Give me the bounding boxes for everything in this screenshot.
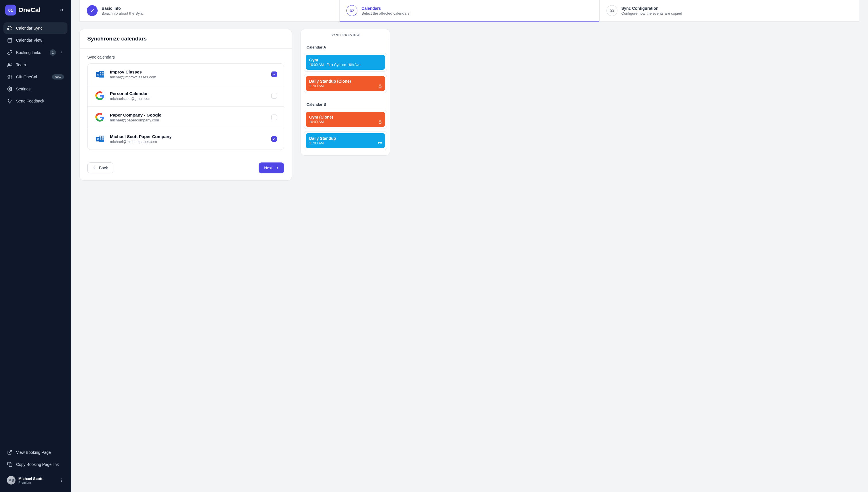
- card-body: Sync calendars OImprov Classesmichal@imp…: [80, 49, 292, 157]
- svg-point-3: [9, 89, 10, 90]
- arrow-left-icon: [93, 166, 97, 170]
- nav-calendar-sync[interactable]: Calendar Sync: [3, 22, 68, 34]
- preview-group: Gym (Clone)10:00 AMDaily Standup11:00 AM: [301, 110, 390, 155]
- google-icon: [94, 112, 105, 123]
- profile-name: Michael Scott: [18, 476, 43, 481]
- next-label: Next: [264, 166, 272, 170]
- nav-label: Booking Links: [16, 50, 41, 55]
- nav-gift[interactable]: Gift OneCal New: [3, 71, 68, 83]
- nav-booking-links[interactable]: Booking Links 1: [3, 47, 68, 58]
- step-title: Calendars: [362, 6, 409, 10]
- svg-rect-19: [102, 138, 103, 140]
- event-meta: 11:00 AM: [309, 84, 381, 88]
- arrow-right-icon: [275, 166, 279, 170]
- calendar-icon: [7, 37, 13, 43]
- calendar-row[interactable]: Paper Company - Googlemichael@papercompa…: [88, 107, 284, 128]
- svg-rect-24: [378, 142, 380, 144]
- step-done-icon: [87, 5, 98, 16]
- svg-text:O: O: [97, 138, 99, 141]
- calendar-checkbox[interactable]: [271, 72, 277, 77]
- svg-point-5: [61, 478, 62, 479]
- collapse-sidebar-button[interactable]: [58, 6, 66, 14]
- logo-mark: 01: [5, 5, 16, 16]
- back-label: Back: [99, 166, 108, 170]
- event-container: Daily Standup (Clone)11:00 AM: [304, 74, 387, 93]
- card-header: Synchronize calendars: [80, 29, 292, 49]
- event: Gym (Clone)10:00 AM: [306, 112, 385, 127]
- calendar-name: Personal Calendar: [110, 91, 152, 96]
- nav-label: Calendar View: [16, 38, 42, 43]
- event-meta: 10:00 AM: [309, 120, 381, 124]
- step-number: 02: [346, 5, 357, 16]
- nav-calendar-view[interactable]: Calendar View: [3, 34, 68, 46]
- gift-icon: [7, 74, 13, 80]
- step-sync-config[interactable]: 03 Sync Configuration Configure how the …: [600, 0, 859, 21]
- booking-links-count-badge: 1: [50, 49, 56, 56]
- event-meta: 10:00 AM · Flex Gym on 16th Ave: [309, 63, 381, 67]
- primary-nav: Calendar Sync Calendar View Booking Link…: [0, 20, 71, 109]
- link-icon: [7, 50, 13, 55]
- profile[interactable]: MS Michael Scott Premium: [3, 473, 68, 487]
- nav-label: Settings: [16, 87, 31, 91]
- calendar-name: Improv Classes: [110, 70, 156, 74]
- step-sub: Select the affected calendars: [362, 11, 409, 16]
- new-badge: New: [52, 74, 64, 79]
- back-button[interactable]: Back: [87, 163, 114, 173]
- next-button[interactable]: Next: [258, 163, 284, 173]
- calendar-checkbox[interactable]: [271, 93, 277, 99]
- calendar-email: michael@papercompany.com: [110, 118, 161, 122]
- svg-rect-22: [379, 86, 381, 88]
- calendar-row[interactable]: OImprov Classesmichal@improvclasses.com: [88, 64, 284, 85]
- step-sub: Configure how the events are copied: [621, 11, 682, 16]
- calendar-list: OImprov Classesmichal@improvclasses.comP…: [87, 64, 284, 150]
- nav-copy-booking-link[interactable]: Copy Booking Page link: [3, 459, 68, 470]
- sidebar: 01 OneCal Calendar Sync Calendar View Bo…: [0, 0, 71, 492]
- section-label: Sync calendars: [87, 55, 284, 59]
- nav-label: View Booking Page: [16, 450, 51, 455]
- event: Daily Standup11:00 AM: [306, 133, 385, 148]
- svg-rect-0: [8, 39, 12, 43]
- sidebar-header: 01 OneCal: [0, 0, 71, 20]
- calendar-checkbox[interactable]: [271, 136, 277, 142]
- content: Synchronize calendars Sync calendars OIm…: [71, 22, 868, 188]
- event: Gym10:00 AM · Flex Gym on 16th Ave: [306, 55, 385, 70]
- svg-point-7: [61, 481, 62, 482]
- main: Basic Info Basic info about the Sync 02 …: [71, 0, 868, 492]
- calendar-checkbox[interactable]: [271, 115, 277, 120]
- nav-label: Calendar Sync: [16, 26, 43, 30]
- calendar-email: michaelscott@gmail.com: [110, 96, 152, 101]
- page-title: Synchronize calendars: [87, 35, 284, 42]
- step-basic-info[interactable]: Basic Info Basic info about the Sync: [80, 0, 340, 21]
- avatar: MS: [7, 476, 16, 485]
- event-title: Gym (Clone): [309, 115, 381, 119]
- nav-view-booking-page[interactable]: View Booking Page: [3, 447, 68, 458]
- nav-settings[interactable]: Settings: [3, 83, 68, 95]
- svg-text:O: O: [97, 73, 99, 76]
- chevron-right-icon: [59, 50, 64, 55]
- calendar-email: michael@michaelpaper.com: [110, 140, 172, 144]
- calendar-row[interactable]: OMichael Scott Paper Companymichael@mich…: [88, 128, 284, 150]
- nav-team[interactable]: Team: [3, 59, 68, 71]
- svg-rect-17: [102, 137, 103, 138]
- team-icon: [7, 62, 13, 68]
- svg-rect-12: [102, 74, 103, 75]
- svg-point-6: [61, 480, 62, 481]
- calendar-email: michal@improvclasses.com: [110, 75, 156, 79]
- outlook-icon: O: [94, 133, 105, 144]
- profile-menu-button[interactable]: [59, 478, 64, 483]
- step-sub: Basic info about the Sync: [102, 11, 144, 16]
- calendar-row[interactable]: Personal Calendarmichaelscott@gmail.com: [88, 85, 284, 107]
- logo[interactable]: 01 OneCal: [5, 5, 41, 16]
- preview-group-label: Calendar A: [301, 41, 390, 53]
- preview-group-label: Calendar B: [301, 98, 390, 110]
- svg-point-1: [8, 63, 10, 65]
- sync-icon: [7, 25, 13, 31]
- event: Daily Standup (Clone)11:00 AM: [306, 76, 385, 91]
- event-container: Gym10:00 AM · Flex Gym on 16th Ave: [304, 53, 387, 72]
- nav-feedback[interactable]: Send Feedback: [3, 95, 68, 107]
- svg-rect-4: [9, 464, 12, 467]
- nav-label: Send Feedback: [16, 99, 44, 103]
- step-calendars[interactable]: 02 Calendars Select the affected calenda…: [340, 0, 599, 21]
- step-number: 03: [606, 5, 617, 16]
- calendar-name: Paper Company - Google: [110, 113, 161, 117]
